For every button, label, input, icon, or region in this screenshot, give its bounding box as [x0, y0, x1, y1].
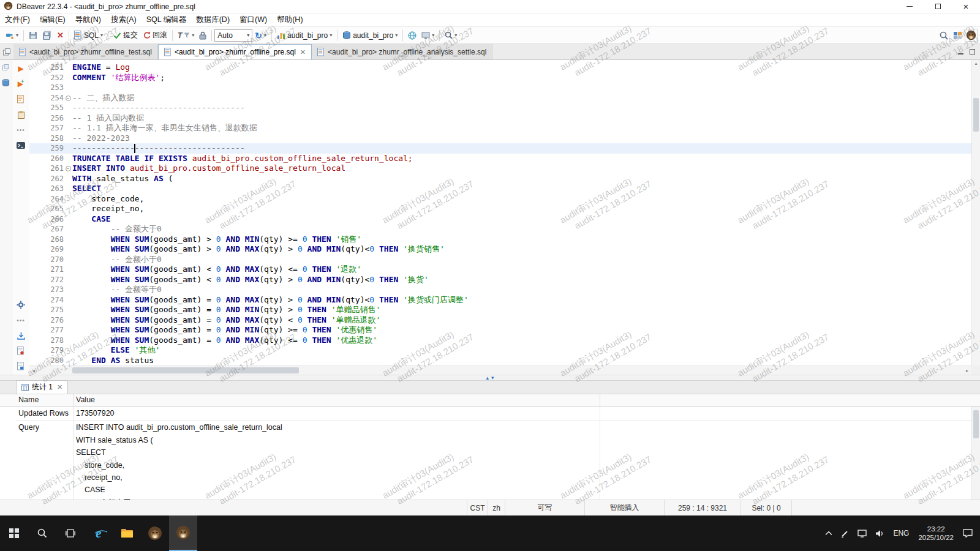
- perspective-button[interactable]: [951, 30, 965, 41]
- menu-search[interactable]: 搜索(A): [106, 13, 141, 26]
- scroll-up-icon[interactable]: ▴: [972, 60, 980, 67]
- code-line[interactable]: 264 store_code,: [29, 194, 971, 204]
- code-line[interactable]: 254−-- 二、插入数据: [29, 93, 971, 103]
- restore-panel-icon[interactable]: ▴: [486, 375, 489, 380]
- minimize-panel-icon[interactable]: ▾: [491, 375, 494, 380]
- tab-statistics[interactable]: 统计 1 ✕: [16, 380, 68, 394]
- code-line[interactable]: 267 -- 金额大于0: [29, 224, 971, 234]
- menu-database[interactable]: 数据库(D): [191, 13, 235, 26]
- menu-edit[interactable]: 编辑(E): [35, 13, 70, 26]
- more-options-button[interactable]: •••: [15, 315, 26, 325]
- schema-select[interactable]: audit_bi_pro▾: [340, 30, 400, 41]
- code-line[interactable]: 276 WHEN SUM(goods_amt) = 0 AND MAX(qty)…: [29, 315, 971, 326]
- scroll-right-icon[interactable]: ▸: [963, 366, 971, 375]
- column-header-name[interactable]: Name: [16, 394, 74, 406]
- database-select[interactable]: audit_bi_pro▾: [274, 30, 334, 41]
- code-area[interactable]: 251ENGINE = Log252COMMENT '结算比例表';253254…: [29, 60, 971, 365]
- code-line[interactable]: 252COMMENT '结算比例表';: [29, 73, 971, 83]
- refresh-button[interactable]: ↻▾: [252, 29, 269, 42]
- scrollbar-thumb[interactable]: [973, 98, 979, 132]
- minimize-view-icon[interactable]: [958, 48, 963, 56]
- close-button[interactable]: ×: [952, 0, 980, 13]
- menu-sql-editor[interactable]: SQL 编辑器: [141, 13, 192, 26]
- code-line[interactable]: 272 WHEN SUM(goods_amt) < 0 AND MAX(qty)…: [29, 275, 971, 285]
- code-line[interactable]: 255------------------------------------: [29, 103, 971, 113]
- fold-toggle[interactable]: −: [64, 163, 72, 174]
- internet-explorer-button[interactable]: e: [85, 515, 113, 551]
- sql-editor-button[interactable]: SQL▾: [72, 29, 105, 41]
- execute-statement-button[interactable]: ▶: [15, 64, 26, 73]
- dbeaver-taskbar-button[interactable]: [141, 515, 169, 551]
- scroll-left-icon[interactable]: ◂: [29, 366, 38, 375]
- tab-close-icon[interactable]: ✕: [57, 383, 62, 391]
- tab-zhumr-offline-pre[interactable]: <audit_bi_pro> zhumr_offline_pre.sql ✕: [158, 44, 312, 59]
- code-line[interactable]: 260TRUNCATE TABLE IF EXISTS audit_bi_pro…: [29, 154, 971, 164]
- execute-script-button[interactable]: [15, 94, 26, 104]
- code-line[interactable]: 258-- 2022-2023: [29, 133, 971, 144]
- commit-button[interactable]: 提交: [111, 29, 140, 42]
- code-line[interactable]: 259------------------------------------: [29, 143, 971, 154]
- tab-close-icon[interactable]: ✕: [300, 48, 306, 56]
- code-line[interactable]: 275 WHEN SUM(goods_amt) = 0 AND MIN(qty)…: [29, 305, 971, 315]
- maximize-button[interactable]: [924, 0, 952, 13]
- code-line[interactable]: 251ENGINE = Log: [29, 62, 971, 73]
- status-writable[interactable]: 可写: [505, 500, 584, 515]
- vertical-scrollbar[interactable]: ▴: [971, 60, 980, 365]
- menu-navigate[interactable]: 导航(N): [70, 13, 106, 26]
- panel-splitter[interactable]: ▴ ▾: [0, 375, 980, 381]
- scrollbar-thumb[interactable]: [72, 367, 299, 373]
- tab-zhumr-offline-analysis-settle[interactable]: <audit_bi_pro> zhumr_offline_analysis_se…: [312, 44, 492, 59]
- network-button[interactable]: [405, 30, 419, 41]
- display-button[interactable]: [853, 515, 871, 551]
- code-line[interactable]: 261−INSERT INTO audit_bi_pro.custom_offl…: [29, 163, 971, 174]
- stats-row[interactable]: QueryINSERT INTO audit_bi_pro.custom_off…: [16, 421, 971, 500]
- export-results-button[interactable]: [15, 331, 26, 340]
- column-header-value[interactable]: Value: [74, 394, 600, 406]
- task-view-button[interactable]: [56, 515, 85, 551]
- load-from-file-button[interactable]: [15, 361, 26, 371]
- database-navigator-icon[interactable]: [2, 78, 10, 89]
- code-line[interactable]: 270 -- 金额小于0: [29, 255, 971, 265]
- grid-vertical-scrollbar[interactable]: [971, 407, 980, 500]
- code-line[interactable]: 256-- 1 插入国内数据: [29, 113, 971, 124]
- status-cursor-position[interactable]: 259 : 14 : 9321: [664, 500, 741, 515]
- code-line[interactable]: 269 WHEN SUM(goods_amt) > 0 AND MAX(qty)…: [29, 244, 971, 255]
- sql-editor[interactable]: 251ENGINE = Log252COMMENT '结算比例表';253254…: [29, 60, 980, 375]
- commit-mode-select[interactable]: Auto▾: [214, 29, 252, 42]
- menu-file[interactable]: 文件(F): [0, 13, 35, 26]
- action-center-button[interactable]: [959, 515, 980, 551]
- pen-settings-button[interactable]: [837, 515, 853, 551]
- status-timezone[interactable]: CST: [467, 500, 488, 515]
- lock-button[interactable]: [197, 30, 209, 41]
- new-connection-button[interactable]: ▾: [2, 29, 21, 41]
- language-indicator[interactable]: ENG: [889, 515, 913, 551]
- save-button[interactable]: [26, 30, 40, 41]
- status-insert-mode[interactable]: 智能插入: [584, 500, 664, 515]
- start-button[interactable]: [0, 515, 28, 551]
- search-db-button[interactable]: ▾: [442, 30, 459, 40]
- code-line[interactable]: 257-- 1.1 插入非海一家、非男生女生销售、退款数据: [29, 123, 971, 133]
- explain-plan-button[interactable]: [15, 110, 26, 119]
- session-button[interactable]: ▾: [419, 31, 437, 40]
- stats-row[interactable]: Updated Rows173507920: [16, 407, 971, 421]
- editor-area-icon[interactable]: [0, 44, 13, 59]
- code-line[interactable]: 274 WHEN SUM(goods_amt) = 0 AND MAX(qty)…: [29, 295, 971, 305]
- cancel-button[interactable]: ✕: [55, 29, 66, 41]
- global-search-button[interactable]: [937, 30, 951, 41]
- hidden-icons-button[interactable]: [821, 515, 837, 551]
- dbeaver-logo[interactable]: [965, 29, 978, 42]
- code-line[interactable]: 271 WHEN SUM(goods_amt) < 0 AND MAX(qty)…: [29, 264, 971, 275]
- rollback-button[interactable]: 回滚: [140, 29, 170, 42]
- tab-zhumr-offline-test[interactable]: <audit_bi_pro> zhumr_offline_test.sql: [13, 44, 158, 59]
- status-language[interactable]: zh: [488, 500, 505, 515]
- code-line[interactable]: 278 WHEN SUM(goods_amt) = 0 AND MAX(qty)…: [29, 335, 971, 346]
- horizontal-scrollbar[interactable]: ◂ ▸: [29, 365, 971, 375]
- status-selection[interactable]: Sel: 0 | 0: [741, 500, 792, 515]
- code-line[interactable]: 277 WHEN SUM(goods_amt) = 0 AND MIN(qty)…: [29, 325, 971, 335]
- taskbar-search-button[interactable]: [28, 515, 56, 551]
- scrollbar-thumb[interactable]: [973, 410, 979, 438]
- open-console-button[interactable]: [15, 140, 26, 150]
- taskbar-clock[interactable]: 23:22 2025/10/22: [913, 525, 959, 542]
- code-line[interactable]: 268 WHEN SUM(goods_amt) > 0 AND MIN(qty)…: [29, 234, 971, 245]
- code-line[interactable]: 265 receipt_no,: [29, 204, 971, 214]
